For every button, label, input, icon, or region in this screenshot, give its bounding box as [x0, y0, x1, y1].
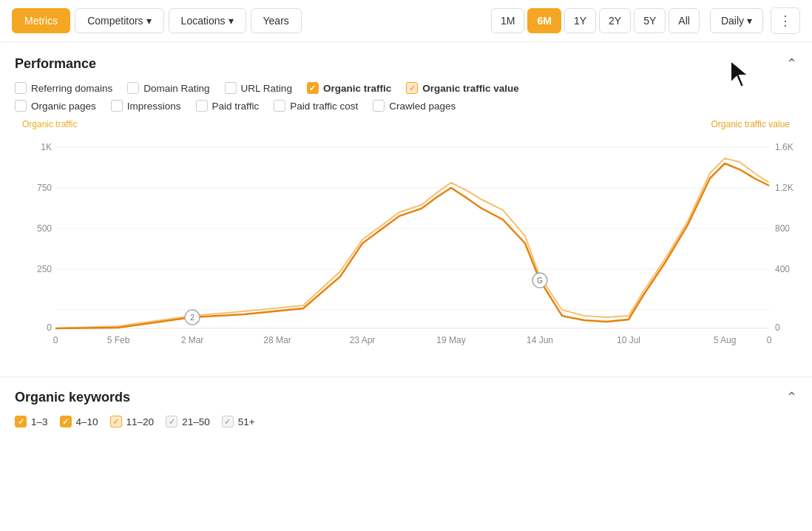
- organic-keywords-header: Organic keywords ⌃: [15, 389, 797, 405]
- performance-chart: Organic traffic Organic traffic value 1K…: [15, 119, 797, 365]
- svg-text:G: G: [537, 277, 543, 285]
- metric-domain-rating[interactable]: Domain Rating: [127, 82, 209, 94]
- chevron-down-icon: ▾: [146, 15, 152, 27]
- organic-traffic-value-line: [55, 158, 769, 328]
- metric-url-rating[interactable]: URL Rating: [225, 82, 292, 94]
- chevron-down-icon: ▾: [747, 15, 752, 27]
- organic-keywords-collapse-button[interactable]: ⌃: [786, 389, 797, 405]
- svg-text:10 Jul: 10 Jul: [617, 335, 640, 345]
- legend-21-50[interactable]: 21–50: [166, 416, 210, 427]
- legend-1-3[interactable]: 1–3: [15, 416, 48, 427]
- referring-domains-checkbox[interactable]: [15, 82, 27, 94]
- metric-impressions[interactable]: Impressions: [111, 100, 181, 112]
- metrics-row-2: Organic pages Impressions Paid traffic P…: [15, 100, 797, 112]
- chart-axis-labels: Organic traffic Organic traffic value: [22, 119, 790, 129]
- period-1m[interactable]: 1M: [491, 8, 524, 33]
- chart-svg-wrapper: 1K 750 500 250 0 1.6K 1.2K 800 400 0 0 5…: [22, 132, 790, 365]
- legend-1-3-checkbox[interactable]: [15, 416, 27, 427]
- metric-paid-traffic-cost[interactable]: Paid traffic cost: [274, 100, 358, 112]
- svg-text:23 Apr: 23 Apr: [350, 335, 376, 345]
- performance-collapse-button[interactable]: ⌃: [786, 55, 797, 72]
- organic-pages-checkbox[interactable]: [15, 100, 27, 112]
- svg-text:500: 500: [37, 223, 52, 234]
- period-2y[interactable]: 2Y: [599, 8, 631, 33]
- period-6m[interactable]: 6M: [527, 8, 561, 33]
- organic-keywords-section: Organic keywords ⌃ 1–3 4–10 11–20 21–50 …: [0, 377, 812, 439]
- svg-text:0: 0: [47, 322, 52, 333]
- years-tab[interactable]: Years: [251, 8, 302, 33]
- metric-paid-traffic[interactable]: Paid traffic: [196, 100, 260, 112]
- metric-crawled-pages[interactable]: Crawled pages: [373, 100, 456, 112]
- more-options-button[interactable]: ⋮: [771, 7, 800, 34]
- metric-organic-pages[interactable]: Organic pages: [15, 100, 96, 112]
- organic-keywords-title: Organic keywords: [15, 390, 130, 405]
- svg-text:1.2K: 1.2K: [775, 183, 794, 193]
- svg-text:250: 250: [37, 264, 52, 274]
- impressions-checkbox[interactable]: [111, 100, 123, 112]
- svg-text:1K: 1K: [41, 142, 52, 152]
- metric-referring-domains[interactable]: Referring domains: [15, 82, 112, 94]
- period-1y[interactable]: 1Y: [564, 8, 596, 33]
- svg-text:5 Feb: 5 Feb: [107, 335, 130, 345]
- performance-title: Performance: [15, 56, 96, 72]
- svg-text:19 May: 19 May: [436, 335, 465, 345]
- performance-header: Performance ⌃: [15, 55, 797, 72]
- chevron-down-icon: ▾: [229, 15, 234, 27]
- organic-traffic-value-checkbox[interactable]: [406, 82, 418, 94]
- svg-text:750: 750: [37, 183, 52, 193]
- paid-traffic-cost-checkbox[interactable]: [274, 100, 285, 112]
- top-navigation: Metrics Competitors ▾ Locations ▾ Years …: [0, 0, 812, 42]
- chart-right-label: Organic traffic value: [711, 119, 791, 129]
- svg-text:800: 800: [775, 223, 790, 234]
- locations-tab[interactable]: Locations ▾: [169, 8, 246, 33]
- period-5y[interactable]: 5Y: [634, 8, 666, 33]
- legend-11-20-checkbox[interactable]: [110, 416, 122, 427]
- legend-4-10-checkbox[interactable]: [60, 416, 72, 427]
- daily-dropdown[interactable]: Daily ▾: [710, 8, 763, 33]
- legend-51-plus-checkbox[interactable]: [222, 416, 234, 427]
- legend-21-50-checkbox[interactable]: [166, 416, 177, 427]
- svg-text:0: 0: [767, 335, 772, 345]
- legend-4-10[interactable]: 4–10: [60, 416, 98, 427]
- svg-text:0: 0: [53, 335, 58, 345]
- domain-rating-checkbox[interactable]: [127, 82, 139, 94]
- svg-text:2 Mar: 2 Mar: [181, 335, 204, 345]
- svg-text:1.6K: 1.6K: [775, 142, 794, 152]
- legend-11-20[interactable]: 11–20: [110, 416, 155, 427]
- performance-section: Performance ⌃ Referring domains Domain R…: [0, 42, 812, 365]
- svg-text:28 Mar: 28 Mar: [263, 335, 291, 345]
- metrics-row-1: Referring domains Domain Rating URL Rati…: [15, 82, 797, 94]
- crawled-pages-checkbox[interactable]: [373, 100, 385, 112]
- chart-svg: 1K 750 500 250 0 1.6K 1.2K 800 400 0 0 5…: [22, 132, 805, 362]
- time-period-group: 1M 6M 1Y 2Y 5Y All: [491, 8, 700, 33]
- chart-left-label: Organic traffic: [22, 119, 77, 129]
- period-all[interactable]: All: [669, 8, 700, 33]
- metrics-tab[interactable]: Metrics: [12, 8, 70, 33]
- legend-51-plus[interactable]: 51+: [222, 416, 255, 427]
- url-rating-checkbox[interactable]: [225, 82, 237, 94]
- svg-text:5 Aug: 5 Aug: [714, 335, 737, 345]
- svg-text:400: 400: [775, 264, 790, 274]
- organic-traffic-checkbox[interactable]: [307, 82, 319, 94]
- competitors-tab[interactable]: Competitors ▾: [75, 8, 163, 33]
- svg-text:14 Jun: 14 Jun: [527, 335, 553, 345]
- metric-organic-traffic[interactable]: Organic traffic: [307, 82, 391, 94]
- keywords-legend: 1–3 4–10 11–20 21–50 51+: [15, 416, 797, 427]
- metric-organic-traffic-value[interactable]: Organic traffic value: [406, 82, 519, 94]
- svg-text:2: 2: [190, 314, 194, 322]
- paid-traffic-checkbox[interactable]: [196, 100, 208, 112]
- svg-text:0: 0: [775, 322, 780, 333]
